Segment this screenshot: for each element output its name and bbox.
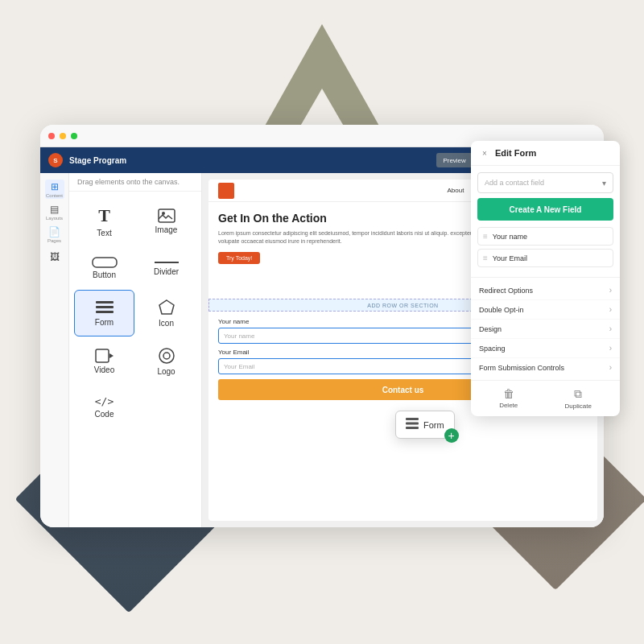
element-code[interactable]: </> Code <box>74 386 134 427</box>
form-drag-icon <box>406 418 419 431</box>
svg-marker-9 <box>109 353 114 358</box>
preview-button[interactable]: Preview <box>436 153 472 167</box>
edit-form-header: × Edit Form <box>471 141 620 166</box>
button-element-icon <box>92 257 118 268</box>
chevron-right-icon: › <box>609 344 612 353</box>
app-logo: S <box>48 153 63 167</box>
nav-link-about[interactable]: About <box>447 187 464 194</box>
create-field-button[interactable]: Create A New Field <box>477 198 613 221</box>
maximize-dot[interactable] <box>71 133 77 139</box>
site-hero-body: Lorem ipsum consectetur adipiscing elit … <box>218 229 497 246</box>
site-hero-title: Get In On the Action <box>218 212 497 225</box>
code-element-icon: </> <box>95 395 114 407</box>
element-icon[interactable]: Icon <box>136 290 196 336</box>
duplicate-action[interactable]: ⧉ Duplicate <box>565 387 592 410</box>
svg-point-10 <box>159 349 174 363</box>
elements-panel: Drag elements onto the canvas. T Text <box>69 173 202 527</box>
option-design[interactable]: Design › <box>471 320 620 339</box>
svg-rect-4 <box>96 301 114 303</box>
video-element-icon <box>95 349 114 363</box>
field-list-item-name[interactable]: ≡ Your name <box>477 227 613 246</box>
form-element-icon <box>95 299 114 316</box>
edit-form-title: Edit Form <box>495 148 536 158</box>
element-divider[interactable]: Divider <box>136 248 196 288</box>
element-logo-label: Logo <box>157 367 175 376</box>
element-logo[interactable]: Logo <box>136 338 196 385</box>
sidebar: ⊞ Content ▤ Layouts 📄 Pages 🖼 <box>40 173 69 527</box>
chevron-right-icon: › <box>609 286 612 295</box>
form-drag-widget[interactable]: Form + <box>395 411 455 439</box>
minimize-dot[interactable] <box>60 133 66 139</box>
text-element-icon: T <box>98 205 110 226</box>
image-element-icon <box>158 208 175 223</box>
option-spacing[interactable]: Spacing › <box>471 339 620 358</box>
svg-rect-8 <box>96 349 109 362</box>
contact-field-select[interactable]: Add a contact field ▾ <box>477 172 613 193</box>
svg-rect-2 <box>93 258 117 267</box>
chevron-right-icon: › <box>609 363 612 372</box>
edit-form-footer: 🗑 Delete ⧉ Duplicate <box>471 380 620 416</box>
close-edit-form-button[interactable]: × <box>479 147 490 159</box>
element-image-label: Image <box>155 225 178 234</box>
element-code-label: Code <box>95 410 114 419</box>
svg-rect-6 <box>96 311 114 313</box>
elements-panel-header: Drag elements onto the canvas. <box>69 173 201 192</box>
form-drag-plus-icon[interactable]: + <box>444 428 459 443</box>
elements-grid: T Text Image <box>69 192 201 432</box>
element-text-label: Text <box>97 229 111 237</box>
app-name: Stage Program <box>69 156 126 165</box>
element-button-label: Button <box>93 270 116 279</box>
chevron-right-icon: › <box>609 305 612 314</box>
sidebar-item-pages[interactable]: 📄 Pages <box>45 225 64 244</box>
chevron-right-icon: › <box>609 324 612 333</box>
drag-handle-icon: ≡ <box>483 254 488 262</box>
option-submission-controls[interactable]: Form Submission Controls › <box>471 358 620 377</box>
sidebar-item-media[interactable]: 🖼 <box>45 247 64 266</box>
edit-form-body: Add a contact field ▾ Create A New Field… <box>471 166 620 277</box>
site-cta-button[interactable]: Try Today! <box>218 252 260 264</box>
svg-marker-7 <box>159 300 174 314</box>
element-button[interactable]: Button <box>74 248 134 288</box>
duplicate-icon: ⧉ <box>574 387 582 401</box>
edit-form-panel: × Edit Form Add a contact field ▾ Create… <box>471 141 620 416</box>
svg-rect-5 <box>96 306 114 308</box>
element-icon-label: Icon <box>159 319 174 328</box>
sidebar-item-content[interactable]: ⊞ Content <box>45 180 64 199</box>
element-video[interactable]: Video <box>74 338 134 385</box>
svg-rect-13 <box>406 423 419 425</box>
option-redirect[interactable]: Redirect Options › <box>471 281 620 300</box>
close-dot[interactable] <box>48 133 55 139</box>
site-hero-text: Get In On the Action Lorem ipsum consect… <box>218 212 497 289</box>
svg-rect-12 <box>406 418 419 420</box>
sidebar-item-layouts[interactable]: ▤ Layouts <box>45 202 64 221</box>
icon-element-icon <box>158 299 175 316</box>
edit-form-options: Redirect Options › Double Opt-in › Desig… <box>471 277 620 380</box>
form-drag-label: Form <box>423 420 444 430</box>
element-image[interactable]: Image <box>136 196 196 246</box>
svg-point-11 <box>163 353 170 359</box>
divider-element-icon <box>155 260 179 265</box>
field-list-item-email[interactable]: ≡ Your Email <box>477 249 613 267</box>
site-logo <box>218 183 234 199</box>
element-form-label: Form <box>95 318 114 327</box>
option-double-optin[interactable]: Double Opt-in › <box>471 300 620 320</box>
delete-icon: 🗑 <box>503 387 514 400</box>
element-video-label: Video <box>94 365 114 374</box>
element-form[interactable]: Form <box>74 290 134 336</box>
element-text[interactable]: T Text <box>74 196 134 246</box>
delete-action[interactable]: 🗑 Delete <box>499 387 518 410</box>
drag-handle-icon: ≡ <box>483 232 488 241</box>
logo-element-icon <box>158 347 175 365</box>
element-divider-label: Divider <box>154 267 179 276</box>
svg-rect-14 <box>406 427 419 429</box>
